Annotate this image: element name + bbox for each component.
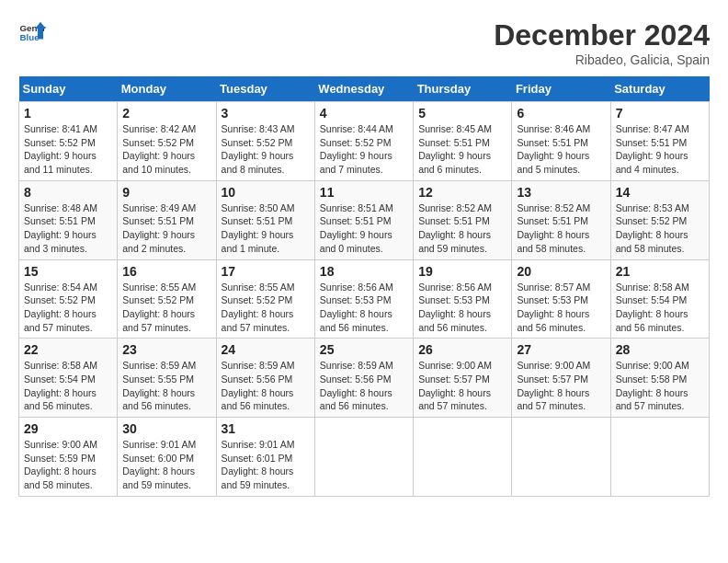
page-header: General Blue December 2024 Ribadeo, Gali…: [18, 18, 710, 67]
day-info: Sunrise: 8:59 AM Sunset: 5:56 PM Dayligh…: [320, 359, 408, 413]
day-cell-29: 29Sunrise: 9:00 AM Sunset: 5:59 PM Dayli…: [19, 418, 118, 497]
day-number: 15: [24, 264, 112, 279]
day-number: 4: [320, 106, 408, 121]
day-cell-28: 28Sunrise: 9:00 AM Sunset: 5:58 PM Dayli…: [610, 339, 709, 418]
day-info: Sunrise: 8:52 AM Sunset: 5:51 PM Dayligh…: [517, 201, 605, 256]
day-cell-23: 23Sunrise: 8:59 AM Sunset: 5:55 PM Dayli…: [118, 339, 216, 418]
title-block: December 2024 Ribadeo, Galicia, Spain: [494, 18, 710, 67]
day-number: 14: [616, 185, 704, 200]
day-number: 22: [24, 342, 112, 357]
day-cell-8: 8Sunrise: 8:48 AM Sunset: 5:51 PM Daylig…: [19, 180, 118, 259]
logo: General Blue: [18, 18, 46, 46]
day-info: Sunrise: 9:01 AM Sunset: 6:00 PM Dayligh…: [122, 438, 210, 492]
day-info: Sunrise: 8:46 AM Sunset: 5:51 PM Dayligh…: [517, 122, 605, 177]
day-number: 19: [418, 264, 506, 279]
day-cell-3: 3Sunrise: 8:43 AM Sunset: 5:52 PM Daylig…: [216, 102, 314, 181]
day-cell-26: 26Sunrise: 9:00 AM Sunset: 5:57 PM Dayli…: [414, 339, 512, 418]
day-cell-9: 9Sunrise: 8:49 AM Sunset: 5:51 PM Daylig…: [118, 180, 216, 259]
month-title: December 2024: [494, 18, 710, 52]
day-number: 6: [517, 106, 605, 121]
weekday-header-thursday: Thursday: [414, 76, 512, 102]
day-info: Sunrise: 9:00 AM Sunset: 5:57 PM Dayligh…: [418, 359, 506, 413]
day-cell-24: 24Sunrise: 8:59 AM Sunset: 5:56 PM Dayli…: [216, 339, 314, 418]
day-number: 2: [122, 106, 210, 121]
day-cell-21: 21Sunrise: 8:58 AM Sunset: 5:54 PM Dayli…: [610, 259, 709, 339]
day-info: Sunrise: 8:53 AM Sunset: 5:52 PM Dayligh…: [616, 201, 704, 256]
day-number: 12: [418, 185, 506, 200]
logo-icon: General Blue: [18, 18, 46, 46]
day-number: 29: [24, 421, 112, 436]
day-info: Sunrise: 9:01 AM Sunset: 6:01 PM Dayligh…: [222, 438, 310, 492]
day-info: Sunrise: 9:00 AM Sunset: 5:59 PM Dayligh…: [24, 438, 112, 492]
day-cell-6: 6Sunrise: 8:46 AM Sunset: 5:51 PM Daylig…: [512, 102, 610, 181]
empty-cell: [314, 418, 413, 497]
weekday-header-sunday: Sunday: [19, 76, 118, 102]
day-number: 18: [320, 264, 408, 279]
day-cell-30: 30Sunrise: 9:01 AM Sunset: 6:00 PM Dayli…: [118, 418, 216, 497]
day-info: Sunrise: 8:47 AM Sunset: 5:51 PM Dayligh…: [616, 122, 704, 177]
svg-text:Blue: Blue: [20, 32, 40, 42]
empty-cell: [512, 418, 610, 497]
weekday-header-saturday: Saturday: [610, 76, 709, 102]
day-number: 13: [517, 185, 605, 200]
day-info: Sunrise: 8:58 AM Sunset: 5:54 PM Dayligh…: [24, 359, 112, 413]
day-info: Sunrise: 8:57 AM Sunset: 5:53 PM Dayligh…: [517, 281, 605, 335]
day-number: 11: [320, 185, 408, 200]
day-number: 25: [320, 342, 408, 357]
day-info: Sunrise: 8:51 AM Sunset: 5:51 PM Dayligh…: [320, 201, 408, 256]
weekday-header-friday: Friday: [512, 76, 610, 102]
calendar-table: SundayMondayTuesdayWednesdayThursdayFrid…: [18, 76, 710, 497]
week-row-2: 8Sunrise: 8:48 AM Sunset: 5:51 PM Daylig…: [19, 180, 710, 259]
day-cell-17: 17Sunrise: 8:55 AM Sunset: 5:52 PM Dayli…: [216, 259, 314, 339]
day-cell-12: 12Sunrise: 8:52 AM Sunset: 5:51 PM Dayli…: [414, 180, 512, 259]
day-number: 10: [222, 185, 310, 200]
day-number: 9: [122, 185, 210, 200]
week-row-1: 1Sunrise: 8:41 AM Sunset: 5:52 PM Daylig…: [19, 102, 710, 181]
day-info: Sunrise: 8:56 AM Sunset: 5:53 PM Dayligh…: [320, 281, 408, 335]
day-info: Sunrise: 8:45 AM Sunset: 5:51 PM Dayligh…: [418, 122, 506, 177]
empty-cell: [414, 418, 512, 497]
day-cell-1: 1Sunrise: 8:41 AM Sunset: 5:52 PM Daylig…: [19, 102, 118, 181]
day-number: 5: [418, 106, 506, 121]
weekday-header-tuesday: Tuesday: [216, 76, 314, 102]
day-number: 20: [517, 264, 605, 279]
day-cell-11: 11Sunrise: 8:51 AM Sunset: 5:51 PM Dayli…: [314, 180, 413, 259]
day-number: 16: [122, 264, 210, 279]
day-info: Sunrise: 8:55 AM Sunset: 5:52 PM Dayligh…: [122, 281, 210, 335]
day-cell-4: 4Sunrise: 8:44 AM Sunset: 5:52 PM Daylig…: [314, 102, 413, 181]
day-cell-25: 25Sunrise: 8:59 AM Sunset: 5:56 PM Dayli…: [314, 339, 413, 418]
day-info: Sunrise: 9:00 AM Sunset: 5:57 PM Dayligh…: [517, 359, 605, 413]
day-cell-2: 2Sunrise: 8:42 AM Sunset: 5:52 PM Daylig…: [118, 102, 216, 181]
day-number: 30: [122, 421, 210, 436]
day-cell-14: 14Sunrise: 8:53 AM Sunset: 5:52 PM Dayli…: [610, 180, 709, 259]
day-cell-7: 7Sunrise: 8:47 AM Sunset: 5:51 PM Daylig…: [610, 102, 709, 181]
day-info: Sunrise: 8:49 AM Sunset: 5:51 PM Dayligh…: [122, 201, 210, 256]
day-number: 8: [24, 185, 112, 200]
week-row-5: 29Sunrise: 9:00 AM Sunset: 5:59 PM Dayli…: [19, 418, 710, 497]
day-cell-20: 20Sunrise: 8:57 AM Sunset: 5:53 PM Dayli…: [512, 259, 610, 339]
day-info: Sunrise: 8:56 AM Sunset: 5:53 PM Dayligh…: [418, 281, 506, 335]
location-title: Ribadeo, Galicia, Spain: [494, 52, 710, 67]
day-info: Sunrise: 9:00 AM Sunset: 5:58 PM Dayligh…: [616, 359, 704, 413]
day-info: Sunrise: 8:48 AM Sunset: 5:51 PM Dayligh…: [24, 201, 112, 256]
day-cell-31: 31Sunrise: 9:01 AM Sunset: 6:01 PM Dayli…: [216, 418, 314, 497]
day-number: 27: [517, 342, 605, 357]
day-info: Sunrise: 8:44 AM Sunset: 5:52 PM Dayligh…: [320, 122, 408, 177]
day-cell-22: 22Sunrise: 8:58 AM Sunset: 5:54 PM Dayli…: [19, 339, 118, 418]
day-number: 7: [616, 106, 704, 121]
header-row: SundayMondayTuesdayWednesdayThursdayFrid…: [19, 76, 710, 102]
day-info: Sunrise: 8:42 AM Sunset: 5:52 PM Dayligh…: [122, 122, 210, 177]
day-number: 17: [222, 264, 310, 279]
day-number: 24: [222, 342, 310, 357]
week-row-3: 15Sunrise: 8:54 AM Sunset: 5:52 PM Dayli…: [19, 259, 710, 339]
day-info: Sunrise: 8:52 AM Sunset: 5:51 PM Dayligh…: [418, 201, 506, 256]
day-info: Sunrise: 8:41 AM Sunset: 5:52 PM Dayligh…: [24, 122, 112, 177]
day-cell-10: 10Sunrise: 8:50 AM Sunset: 5:51 PM Dayli…: [216, 180, 314, 259]
week-row-4: 22Sunrise: 8:58 AM Sunset: 5:54 PM Dayli…: [19, 339, 710, 418]
day-number: 3: [222, 106, 310, 121]
day-info: Sunrise: 8:59 AM Sunset: 5:56 PM Dayligh…: [222, 359, 310, 413]
day-info: Sunrise: 8:54 AM Sunset: 5:52 PM Dayligh…: [24, 281, 112, 335]
day-info: Sunrise: 8:59 AM Sunset: 5:55 PM Dayligh…: [122, 359, 210, 413]
weekday-header-wednesday: Wednesday: [314, 76, 413, 102]
day-cell-13: 13Sunrise: 8:52 AM Sunset: 5:51 PM Dayli…: [512, 180, 610, 259]
